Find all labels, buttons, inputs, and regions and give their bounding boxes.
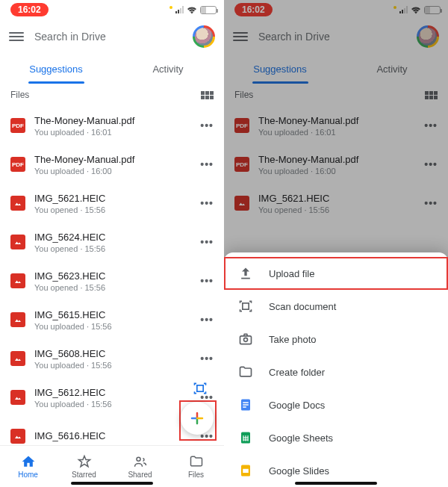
new-fab-button[interactable] bbox=[181, 402, 214, 435]
file-name: IMG_5624.HEIC bbox=[34, 232, 191, 243]
more-icon[interactable]: ••• bbox=[424, 120, 438, 131]
nav-shared[interactable]: Shared bbox=[112, 446, 168, 487]
tabs: Suggestions Activity bbox=[0, 54, 224, 84]
status-bar: 16:02 bbox=[224, 0, 448, 19]
file-row[interactable]: PDFThe-Money-Manual.pdfYou uploaded · 16… bbox=[224, 145, 448, 184]
status-icons bbox=[393, 6, 441, 14]
more-icon[interactable]: ••• bbox=[200, 314, 214, 326]
battery-icon bbox=[424, 6, 441, 14]
more-icon[interactable]: ••• bbox=[200, 353, 214, 365]
file-name: IMG_5621.HEIC bbox=[34, 193, 191, 204]
recording-dot-icon bbox=[393, 6, 396, 9]
pdf-icon: PDF bbox=[234, 118, 249, 133]
more-icon[interactable]: ••• bbox=[424, 158, 438, 170]
file-row[interactable]: PDFThe-Money-Manual.pdfYou uploaded · 16… bbox=[0, 106, 224, 145]
status-icons bbox=[169, 6, 217, 14]
battery-icon bbox=[200, 6, 217, 14]
file-name: IMG_5615.HEIC bbox=[34, 309, 191, 320]
file-name: IMG_5621.HEIC bbox=[258, 193, 415, 204]
svg-point-4 bbox=[244, 338, 248, 341]
svg-point-1 bbox=[137, 457, 140, 461]
file-meta: You opened · 15:56 bbox=[34, 283, 191, 292]
file-name: IMG_5616.HEIC bbox=[34, 430, 191, 441]
file-row[interactable]: IMG_5621.HEICYou opened · 15:56••• bbox=[224, 184, 448, 223]
signal-icon bbox=[175, 6, 184, 13]
tab-suggestions[interactable]: Suggestions bbox=[0, 54, 112, 84]
home-indicator bbox=[295, 482, 377, 485]
menu-icon[interactable] bbox=[233, 32, 248, 41]
file-name: The-Money-Manual.pdf bbox=[34, 154, 191, 165]
file-name: IMG_5623.HEIC bbox=[34, 270, 191, 282]
file-row[interactable]: PDFThe-Money-Manual.pdfYou uploaded · 16… bbox=[0, 145, 224, 184]
pdf-icon: PDF bbox=[10, 157, 25, 172]
menu-icon[interactable] bbox=[9, 32, 24, 41]
svg-rect-3 bbox=[240, 336, 252, 344]
account-avatar[interactable] bbox=[193, 25, 215, 48]
search-bar[interactable]: Search in Drive bbox=[0, 19, 224, 54]
image-icon bbox=[10, 390, 25, 405]
search-bar[interactable]: Search in Drive bbox=[224, 19, 448, 54]
file-row[interactable]: IMG_5621.HEICYou opened · 15:56••• bbox=[0, 184, 224, 223]
section-label: Files bbox=[10, 90, 29, 100]
svg-rect-6 bbox=[243, 402, 249, 403]
signal-icon bbox=[399, 6, 408, 13]
account-avatar[interactable] bbox=[417, 25, 439, 48]
file-name: IMG_5608.HEIC bbox=[34, 348, 191, 359]
file-row[interactable]: IMG_5624.HEICYou opened · 15:56••• bbox=[0, 223, 224, 261]
docs-icon bbox=[237, 398, 254, 412]
file-meta: You uploaded · 16:01 bbox=[34, 128, 191, 137]
image-icon bbox=[10, 351, 25, 366]
new-bottom-sheet: Upload file Scan document Take photo Cre… bbox=[224, 252, 448, 487]
file-meta: You opened · 15:56 bbox=[34, 244, 191, 253]
wifi-icon bbox=[187, 6, 197, 14]
upload-icon bbox=[237, 266, 254, 281]
file-meta: You uploaded · 15:56 bbox=[34, 322, 191, 331]
view-grid-icon[interactable] bbox=[201, 91, 214, 99]
section-header: Files bbox=[0, 84, 224, 106]
file-name: The-Money-Manual.pdf bbox=[258, 154, 415, 165]
svg-rect-2 bbox=[243, 303, 249, 309]
nav-home[interactable]: Home bbox=[0, 446, 56, 487]
file-meta: You uploaded · 16:00 bbox=[258, 167, 415, 176]
file-meta: You uploaded · 16:01 bbox=[258, 128, 415, 137]
tab-activity[interactable]: Activity bbox=[112, 54, 224, 84]
more-icon[interactable]: ••• bbox=[200, 275, 214, 287]
tab-activity[interactable]: Activity bbox=[336, 54, 448, 84]
file-row[interactable]: PDFThe-Money-Manual.pdfYou uploaded · 16… bbox=[224, 106, 448, 145]
scan-shortcut-icon[interactable] bbox=[193, 381, 208, 396]
status-time: 16:02 bbox=[10, 3, 49, 16]
image-icon bbox=[10, 312, 25, 327]
more-icon[interactable]: ••• bbox=[424, 197, 438, 209]
nav-starred[interactable]: Starred bbox=[56, 446, 112, 487]
file-row[interactable]: IMG_5623.HEICYou opened · 15:56••• bbox=[0, 261, 224, 300]
file-row[interactable]: IMG_5608.HEICYou uploaded · 15:56••• bbox=[0, 339, 224, 378]
more-icon[interactable]: ••• bbox=[200, 197, 214, 209]
file-name: The-Money-Manual.pdf bbox=[258, 115, 415, 126]
svg-rect-8 bbox=[243, 406, 246, 408]
more-icon[interactable]: ••• bbox=[200, 236, 214, 248]
file-meta: You opened · 15:56 bbox=[34, 205, 191, 214]
camera-icon bbox=[237, 332, 254, 347]
sheet-google-sheets[interactable]: Google Sheets bbox=[224, 421, 448, 454]
sheet-google-docs[interactable]: Google Docs bbox=[224, 388, 448, 421]
more-icon[interactable]: ••• bbox=[200, 120, 214, 131]
scan-icon bbox=[237, 299, 254, 314]
file-list: PDFThe-Money-Manual.pdfYou uploaded · 16… bbox=[0, 106, 224, 445]
status-bar: 16:02 bbox=[0, 0, 224, 19]
sheet-scan-document[interactable]: Scan document bbox=[224, 290, 448, 323]
more-icon[interactable]: ••• bbox=[200, 158, 214, 170]
bottom-nav: Home Starred Shared Files bbox=[0, 445, 224, 487]
nav-files[interactable]: Files bbox=[168, 446, 224, 487]
image-icon bbox=[10, 196, 25, 211]
sheet-take-photo[interactable]: Take photo bbox=[224, 323, 448, 356]
wifi-icon bbox=[411, 6, 421, 14]
sheet-upload-file[interactable]: Upload file bbox=[224, 257, 448, 290]
sheet-create-folder[interactable]: Create folder bbox=[224, 356, 448, 388]
section-header: Files bbox=[224, 84, 448, 106]
file-row[interactable]: IMG_5615.HEICYou uploaded · 15:56••• bbox=[0, 300, 224, 339]
tab-suggestions[interactable]: Suggestions bbox=[224, 54, 336, 84]
section-label: Files bbox=[234, 90, 253, 100]
phone-left: 16:02 Search in Drive Suggestions Activi… bbox=[0, 0, 224, 487]
view-grid-icon[interactable] bbox=[425, 91, 438, 99]
pdf-icon: PDF bbox=[234, 157, 249, 172]
